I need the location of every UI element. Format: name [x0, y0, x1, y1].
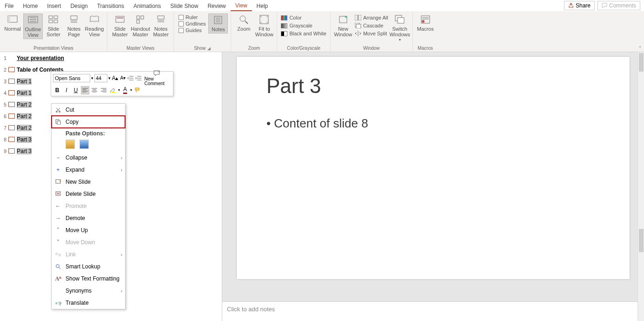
slide-title[interactable]: Part 3	[266, 74, 321, 98]
slide-sorter-icon	[48, 14, 59, 25]
share-button[interactable]: Share	[564, 1, 595, 10]
paste-keep-source-icon[interactable]	[66, 140, 75, 149]
chevron-down-icon[interactable]: ▾	[108, 76, 111, 80]
presentation-views-label: Presentation Views	[33, 46, 73, 52]
normal-view-button[interactable]: Normal	[3, 13, 22, 33]
ctx-new-slide-label: New Slide	[66, 179, 91, 185]
highlight-button[interactable]	[109, 86, 117, 94]
reading-view-button[interactable]: Reading View	[85, 13, 104, 38]
cascade-icon	[355, 23, 361, 28]
notes-page-button[interactable]: Notes Page	[64, 13, 84, 38]
notes-master-button[interactable]: Notes Master	[151, 13, 171, 38]
show-group-label: Show◢	[194, 46, 211, 52]
color-button[interactable]: Color	[280, 14, 327, 21]
arrange-all-button[interactable]: Arrange All	[354, 14, 389, 21]
svg-rect-18	[158, 16, 164, 19]
tab-help[interactable]: Help	[252, 1, 273, 11]
macros-icon	[420, 14, 431, 25]
fit-window-button[interactable]: Fit to Window	[254, 13, 274, 38]
move-split-button[interactable]: Move Split	[354, 30, 389, 37]
tab-insert[interactable]: Insert	[42, 1, 66, 11]
underline-button[interactable]: U	[72, 86, 80, 94]
switch-windows-button[interactable]: Switch Windows ▾	[390, 13, 410, 44]
outline-item-title: Your presentation	[17, 55, 64, 61]
ctx-synonyms[interactable]: Synonyms ›	[52, 285, 125, 297]
tab-review[interactable]: Review	[203, 1, 230, 11]
macros-button[interactable]: Macros	[416, 13, 435, 33]
ctx-expand[interactable]: + Expand ›	[52, 164, 125, 176]
font-size-input[interactable]	[94, 74, 107, 82]
ctx-delete-slide[interactable]: Delete Slide	[52, 188, 125, 200]
tab-home[interactable]: Home	[18, 1, 42, 11]
font-color-button[interactable]: A	[121, 86, 129, 94]
handout-master-button[interactable]: Handout Master	[131, 13, 150, 38]
decrease-indent-icon[interactable]	[127, 74, 134, 82]
ctx-copy[interactable]: Copy	[52, 116, 125, 128]
bold-button[interactable]: B	[53, 86, 61, 94]
tab-animations[interactable]: Animations	[129, 1, 166, 11]
vertical-scrollbar[interactable]	[637, 52, 644, 321]
slide-canvas[interactable]: Part 3 • Content of slide 8	[237, 57, 630, 279]
ctx-cut[interactable]: Cut	[52, 104, 125, 116]
gridlines-checkbox[interactable]: Gridlines	[179, 21, 206, 27]
ctx-demote[interactable]: → Demote	[52, 212, 125, 224]
new-slide-icon: ✦	[54, 179, 62, 185]
cut-icon	[54, 107, 62, 113]
tab-transitions[interactable]: Transitions	[93, 1, 129, 11]
slide-sorter-button[interactable]: Slide Sorter	[44, 13, 63, 38]
outline-view-icon	[28, 15, 38, 25]
chevron-down-icon[interactable]: ▾	[91, 76, 93, 80]
new-window-button[interactable]: + New Window	[333, 13, 353, 38]
ruler-checkbox[interactable]: Ruler	[179, 14, 206, 20]
ctx-collapse-label: Collapse	[66, 154, 87, 161]
chevron-down-icon[interactable]: ▾	[130, 88, 132, 92]
new-comment-button[interactable]: + New Comment	[143, 70, 171, 86]
slide-master-button[interactable]: Slide Master	[110, 13, 130, 38]
tab-file[interactable]: File	[0, 1, 18, 11]
handout-master-icon	[135, 14, 146, 25]
zoom-label: Zoom	[237, 26, 250, 32]
notes-pane[interactable]: Click to add notes	[222, 301, 644, 321]
increase-indent-icon[interactable]	[135, 74, 142, 82]
copy-icon	[54, 119, 62, 125]
align-left-button[interactable]	[81, 86, 89, 94]
ctx-smart-lookup[interactable]: Smart Lookup	[52, 261, 125, 273]
increase-font-icon[interactable]: A▴	[112, 74, 119, 82]
master-views-label: Master Views	[126, 46, 154, 52]
guides-checkbox[interactable]: Guides	[179, 27, 206, 33]
font-family-input[interactable]	[53, 74, 90, 82]
outline-view-button[interactable]: Outline View	[23, 13, 43, 39]
outline-item-number: 6	[2, 114, 7, 119]
tab-view[interactable]: View	[231, 0, 252, 11]
grayscale-button[interactable]: Grayscale	[280, 22, 327, 29]
slide-body-text[interactable]: • Content of slide 8	[266, 116, 368, 131]
svg-rect-30	[355, 15, 358, 20]
decrease-font-icon[interactable]: A▾	[120, 74, 126, 82]
format-painter-button[interactable]	[133, 86, 141, 94]
outline-item[interactable]: 1Your presentation	[0, 52, 222, 64]
notes-toggle-button[interactable]: Notes	[208, 13, 228, 33]
italic-button[interactable]: I	[62, 86, 71, 94]
tab-design[interactable]: Design	[66, 1, 92, 11]
svg-rect-14	[117, 17, 123, 19]
svg-rect-6	[49, 16, 53, 19]
handout-master-label: Handout Master	[131, 26, 150, 37]
paste-picture-icon[interactable]	[80, 140, 89, 149]
comments-button[interactable]: Comments	[598, 1, 640, 10]
ctx-show-text-formatting[interactable]: Aa Show Text Formatting	[52, 273, 125, 285]
ctx-move-up[interactable]: ˄ Move Up	[52, 224, 125, 236]
align-center-button[interactable]	[90, 86, 99, 94]
svg-rect-9	[54, 20, 58, 23]
show-launcher-icon[interactable]: ◢	[207, 46, 211, 51]
chevron-down-icon[interactable]: ▾	[118, 88, 120, 92]
collapse-ribbon-icon[interactable]: ˄	[639, 46, 641, 51]
ctx-paste-options-label: Paste Options:	[52, 128, 125, 138]
align-right-button[interactable]	[100, 86, 108, 94]
ctx-collapse[interactable]: − Collapse ›	[52, 152, 125, 164]
ctx-new-slide[interactable]: ✦ New Slide	[52, 176, 125, 188]
tab-slideshow[interactable]: Slide Show	[166, 1, 203, 11]
blackwhite-button[interactable]: Black and White	[280, 30, 327, 37]
zoom-button[interactable]: Zoom	[234, 13, 253, 33]
ctx-translate[interactable]: a字 Translate	[52, 297, 125, 309]
cascade-button[interactable]: Cascade	[354, 22, 389, 29]
